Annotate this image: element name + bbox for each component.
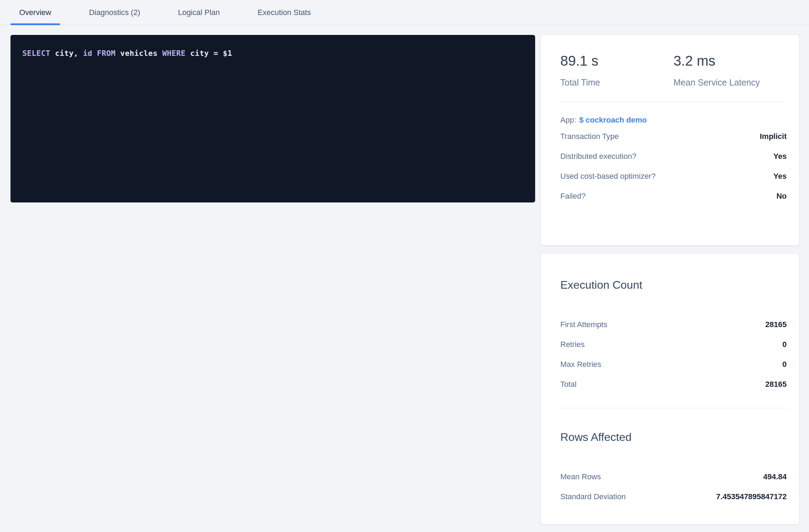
distributed-execution-row: Distributed execution? Yes [560,146,787,166]
execution-count-section: Execution Count First Attempts 28165 Ret… [560,253,787,394]
retries-row: Retries 0 [560,334,787,354]
rows-affected-section: Rows Affected Mean Rows 494.84 Standard … [560,408,787,507]
row-label: Standard Deviation [560,492,626,501]
summary-divider [560,102,787,102]
total-row: Total 28165 [560,374,787,394]
row-value: 7.453547895847172 [716,492,787,501]
row-value: 28165 [765,380,787,389]
cost-based-optimizer-row: Used cost-based optimizer? Yes [560,166,787,186]
total-time-value: 89.1 s [560,52,673,69]
row-label: Max Retries [560,360,601,369]
total-time-stat: 89.1 s Total Time [560,52,673,88]
stats-column: 89.1 s Total Time 3.2 ms Mean Service La… [541,35,799,524]
sql-statement-text: SELECT city, id FROM vehicles WHERE city… [22,48,523,59]
row-label: Transaction Type [560,132,619,141]
overview-content: SELECT city, id FROM vehicles WHERE city… [0,25,809,524]
first-attempts-row: First Attempts 28165 [560,315,787,334]
row-value: No [777,192,787,201]
tab-execution-stats[interactable]: Execution Stats [249,0,320,25]
row-label: Retries [560,340,585,349]
row-value: Yes [773,172,787,181]
statement-details-page: Overview Diagnostics (2) Logical Plan Ex… [0,0,809,524]
mean-service-latency-stat: 3.2 ms Mean Service Latency [673,52,787,88]
sql-statement-panel: SELECT city, id FROM vehicles WHERE city… [10,35,535,202]
tab-overview[interactable]: Overview [10,0,60,25]
execution-count-title: Execution Count [560,253,787,291]
row-label: Mean Rows [560,472,601,481]
rows-affected-title: Rows Affected [560,408,787,444]
row-value: Yes [773,152,787,161]
app-label: App: [560,116,576,125]
row-label: First Attempts [560,320,607,329]
row-label: Used cost-based optimizer? [560,172,656,181]
app-row: App: $ cockroach demo [560,114,787,126]
row-label: Total [560,380,576,389]
app-link[interactable]: $ cockroach demo [579,116,647,125]
failed-row: Failed? No [560,186,787,206]
tab-logical-plan[interactable]: Logical Plan [169,0,228,25]
row-value: Implicit [760,132,787,141]
mean-service-latency-label: Mean Service Latency [673,77,787,88]
tab-diagnostics[interactable]: Diagnostics (2) [80,0,149,25]
transaction-type-row: Transaction Type Implicit [560,126,787,146]
mean-rows-row: Mean Rows 494.84 [560,467,787,487]
row-value: 0 [782,360,787,369]
summary-card: 89.1 s Total Time 3.2 ms Mean Service La… [541,35,799,245]
row-value: 494.84 [763,472,787,481]
max-retries-row: Max Retries 0 [560,354,787,374]
row-value: 28165 [765,320,787,329]
total-time-label: Total Time [560,77,673,88]
row-label: Failed? [560,192,585,201]
mean-service-latency-value: 3.2 ms [673,52,787,69]
row-label: Distributed execution? [560,152,636,161]
details-card: Execution Count First Attempts 28165 Ret… [541,253,799,524]
row-value: 0 [782,340,787,349]
standard-deviation-row: Standard Deviation 7.453547895847172 [560,487,787,507]
statement-tabs: Overview Diagnostics (2) Logical Plan Ex… [0,0,809,25]
headline-stats: 89.1 s Total Time 3.2 ms Mean Service La… [560,35,787,88]
